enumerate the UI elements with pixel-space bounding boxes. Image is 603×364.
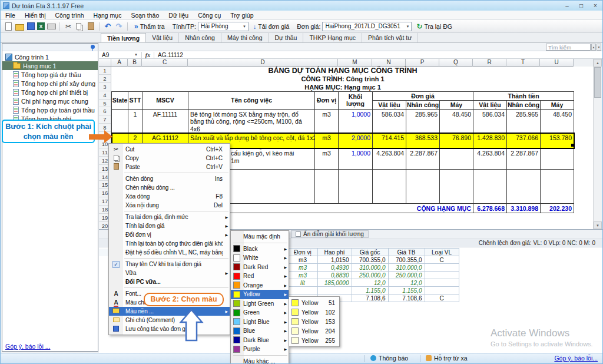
yellow-item-102[interactable]: Yellow 102	[289, 307, 339, 317]
row-number[interactable]: 2	[99, 75, 111, 83]
column-header[interactable]: P	[406, 59, 439, 67]
copy-icon[interactable]	[76, 23, 81, 29]
tab-vat-lieu[interactable]: Vật liệu	[146, 33, 179, 42]
context-menu-item-tinh-lai-toan-bo[interactable]: Tính lại toàn bộ công thức diễn giải khố…	[109, 239, 230, 248]
color-item-purple[interactable]: Purple ▶	[231, 345, 289, 354]
cell[interactable]	[440, 170, 473, 204]
cell[interactable]: m3	[315, 133, 339, 148]
verify-button[interactable]: » Thẩm tra	[131, 22, 168, 31]
color-item-blue[interactable]: Blue ▶	[231, 326, 289, 336]
context-menu-item-luu-cong-tac[interactable]: Lưu công tác vào đơn giá	[109, 325, 230, 333]
menu-item[interactable]: Trợ giúp	[226, 11, 258, 19]
cell[interactable]: 586.034	[373, 109, 406, 133]
tab-phan-tich-vat-tu[interactable]: Phân tích vật tư	[362, 33, 418, 42]
feedback-link[interactable]: Góp ý, báo lỗi...	[554, 355, 598, 362]
column-header[interactable]: D	[188, 59, 338, 67]
cell[interactable]	[473, 170, 507, 204]
menu-item[interactable]: Công cụ	[193, 11, 226, 19]
open-icon[interactable]	[15, 24, 24, 31]
color-item-black[interactable]: Black ▶	[231, 244, 289, 254]
province-select[interactable]: Hải Phòng ▼	[198, 22, 249, 31]
cell[interactable]: 153.780	[541, 133, 574, 148]
cell[interactable]: 1.428.830	[473, 133, 507, 148]
context-menu-item-xoa-dong[interactable]: Xóa dòng F8	[109, 192, 230, 201]
estimate-row-1[interactable]: 1 AF.11111 Bê tông lót móng SX bằng máy …	[112, 109, 574, 133]
corner-header[interactable]	[99, 59, 111, 67]
color-item-light-green[interactable]: Light Green ▶	[231, 299, 289, 309]
cell[interactable]	[406, 170, 440, 204]
hide-breakdown-checkbox[interactable]: Ẩn diễn giải khối lượng	[291, 230, 369, 238]
cell[interactable]: 2.287.867	[507, 148, 541, 170]
context-menu-item-mau-nen[interactable]: Màu nền ... ▶	[109, 307, 230, 316]
cell[interactable]: 586.034	[473, 109, 507, 133]
color-item-red[interactable]: Red ▶	[231, 272, 289, 281]
column-header[interactable]: U	[540, 59, 574, 67]
formula-value[interactable]: AG.11112	[154, 52, 183, 58]
cell[interactable]: 76.890	[440, 133, 473, 148]
cell[interactable]: 1,0000	[339, 148, 373, 170]
scroll-up-icon[interactable]: ▲	[594, 59, 602, 67]
cell[interactable]: 48.450	[541, 109, 574, 133]
cell[interactable]	[339, 170, 373, 204]
tree-item-tong-hop-chi-phi-thiet-bi[interactable]: Tổng hợp chi phí thiết bị	[2, 88, 98, 97]
yellow-item-153[interactable]: Yellow 153	[289, 317, 339, 326]
column-header[interactable]: Q	[439, 59, 473, 67]
tree-item-chi-phi-hang-muc-chung[interactable]: Chi phí hạng mục chung	[2, 97, 98, 105]
menu-item[interactable]: Soạn thảo	[126, 11, 164, 19]
tab-may-thi-cong[interactable]: Máy thi công	[221, 33, 269, 42]
menu-item[interactable]: File	[1, 11, 20, 19]
color-item-orange[interactable]: Orange ▶	[231, 281, 289, 290]
print-icon[interactable]	[47, 24, 56, 29]
color-item-mau-mac-dinh[interactable]: Màu mặc định	[231, 232, 289, 241]
color-item-yellow[interactable]: Yellow ▶	[231, 290, 289, 299]
cell[interactable]: m3	[315, 109, 339, 133]
context-menu-item-chen-nhieu-dong[interactable]: Chèn nhiều dòng ...	[109, 183, 230, 192]
vertical-scrollbar[interactable]: ▲ ▼	[593, 59, 602, 229]
row-number[interactable]: 3	[99, 83, 111, 91]
search-input[interactable]: Tìm kiếm	[546, 44, 591, 51]
color-item-mau-khac[interactable]: Màu khác ...	[231, 357, 289, 364]
column-header[interactable]: B	[128, 59, 142, 67]
row-number[interactable]: 7	[99, 115, 111, 124]
cell[interactable]: 285.965	[406, 109, 440, 133]
column-header[interactable]: M	[338, 59, 372, 67]
price-book-select[interactable]: HaiPhong_2017LD_DG3051 ▼	[322, 22, 412, 31]
cell[interactable]: 368.533	[406, 133, 440, 148]
yellow-item-51[interactable]: Yellow 51	[289, 298, 339, 307]
menu-item[interactable]: Công trình	[51, 11, 89, 19]
tree-item-tong-hop-chi-phi-xay-dung[interactable]: Tổng hợp chi phí xây dựng	[2, 79, 98, 88]
color-item-dark-red[interactable]: Dark Red ▶	[231, 263, 289, 272]
cell[interactable]	[507, 170, 541, 204]
tab-tien-luong[interactable]: Tiền lương	[101, 33, 146, 42]
context-menu-item-dat-he-so[interactable]: Đặt hệ số điều chỉnh VL, NC, máy bằng 1	[109, 248, 230, 257]
context-menu-item-vua[interactable]: Vữa ▶	[109, 269, 230, 277]
yellow-item-204[interactable]: Yellow 204	[289, 326, 339, 336]
cell[interactable]	[541, 170, 574, 204]
new-file-icon[interactable]	[5, 22, 12, 31]
save-icon[interactable]	[27, 22, 35, 30]
cell-name-box[interactable]: A9	[99, 52, 134, 58]
context-menu-item-xoa-noi-dung[interactable]: Xóa nội dung Del	[109, 201, 230, 210]
tab-du-thau[interactable]: Dự thầu	[269, 33, 303, 42]
cell[interactable]: 285.965	[507, 109, 541, 133]
cell[interactable]: 2,0000	[339, 133, 373, 148]
tab-nhan-cong[interactable]: Nhân công	[179, 33, 221, 42]
cell[interactable]: Bê tông lót móng SX bằng máy trộn, đổ bằ…	[188, 109, 315, 133]
context-menu-item-chen-dong[interactable]: Chèn dòng Ins	[109, 174, 230, 183]
cell[interactable]: 2.287.867	[406, 148, 440, 170]
row-number[interactable]: 1	[99, 67, 111, 75]
context-menu-item-copy[interactable]: Copy Ctrl+C	[109, 154, 230, 163]
relookup-price-button[interactable]: ↻ Tra lại ĐG	[413, 22, 455, 31]
tree-item-cong-trinh-1[interactable]: Công trình 1	[2, 52, 98, 61]
search-up-button[interactable]: ▲	[591, 44, 596, 51]
cell[interactable]: 4.263.804	[473, 148, 507, 170]
notifications-button[interactable]: Thông báo	[370, 355, 408, 362]
scroll-down-icon[interactable]: ▼	[594, 221, 602, 229]
cell[interactable]: m3	[315, 148, 339, 170]
cell[interactable]: 714.415	[373, 133, 406, 148]
context-menu-item-doi-don-vi[interactable]: Đổi đơn vị ▶	[109, 230, 230, 239]
row-number[interactable]: 6	[99, 107, 111, 115]
tree-item-hang-muc-1[interactable]: Hạng mục 1	[2, 61, 98, 70]
search-down-button[interactable]: ▼	[597, 44, 601, 51]
remote-support-button[interactable]: Hỗ trợ từ xa	[426, 355, 468, 362]
